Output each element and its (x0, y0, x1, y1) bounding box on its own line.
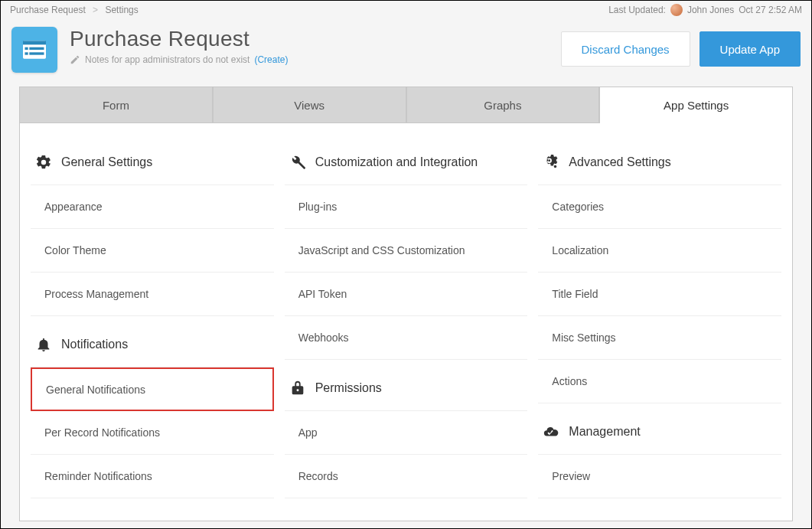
avatar (670, 4, 683, 16)
section-advanced: Advanced Settings (538, 146, 781, 185)
item-webhooks[interactable]: Webhooks (285, 316, 528, 360)
tab-app-settings[interactable]: App Settings (599, 87, 793, 123)
breadcrumb: Purchase Request > Settings (10, 5, 139, 15)
item-title-field[interactable]: Title Field (538, 273, 781, 316)
item-process-management[interactable]: Process Management (31, 273, 274, 316)
item-misc-settings[interactable]: Misc Settings (538, 316, 781, 360)
breadcrumb-current: Settings (105, 5, 138, 15)
item-color-theme[interactable]: Color Theme (31, 229, 274, 273)
item-api-token[interactable]: API Token (285, 273, 528, 316)
update-button[interactable]: Update App (699, 31, 801, 67)
svg-rect-4 (25, 52, 28, 54)
svg-rect-3 (29, 47, 44, 50)
item-actions[interactable]: Actions (538, 360, 781, 403)
item-preview[interactable]: Preview (538, 455, 781, 498)
discard-button[interactable]: Discard Changes (561, 31, 690, 67)
item-per-record-notifications[interactable]: Per Record Notifications (31, 411, 274, 455)
edit-note-icon (70, 54, 80, 65)
tab-form[interactable]: Form (19, 87, 213, 123)
gears-icon (543, 154, 559, 171)
settings-panel: General Settings Appearance Color Theme … (19, 123, 793, 521)
page-title: Purchase Request (70, 27, 288, 51)
section-title: Customization and Integration (315, 155, 478, 169)
svg-rect-2 (25, 47, 28, 50)
item-localization[interactable]: Localization (538, 229, 781, 273)
list-icon (19, 34, 50, 65)
section-management: Management (538, 416, 781, 455)
item-perm-records[interactable]: Records (285, 455, 528, 498)
lock-icon (289, 380, 306, 397)
section-notifications: Notifications (31, 328, 274, 367)
section-title: Permissions (315, 381, 382, 395)
section-title: Notifications (61, 338, 128, 351)
item-general-notifications[interactable]: General Notifications (31, 367, 274, 411)
notes-text: Notes for app administrators do not exis… (85, 54, 249, 65)
tab-graphs[interactable]: Graphs (406, 87, 600, 123)
section-permissions: Permissions (285, 372, 528, 411)
last-updated-user: John Jones (687, 5, 734, 15)
tab-views[interactable]: Views (213, 87, 406, 123)
section-title: Advanced Settings (569, 155, 670, 169)
section-general-settings: General Settings (31, 146, 274, 185)
svg-rect-1 (23, 41, 46, 44)
last-updated: Last Updated: John Jones Oct 27 2:52 AM (608, 4, 802, 16)
svg-point-6 (296, 389, 298, 391)
item-js-css[interactable]: JavaScript and CSS Customization (285, 229, 528, 273)
item-perm-app[interactable]: App (285, 411, 528, 455)
item-reminder-notifications[interactable]: Reminder Notifications (31, 455, 274, 498)
last-updated-time: Oct 27 2:52 AM (739, 5, 802, 15)
wrench-icon (289, 154, 306, 171)
breadcrumb-separator: > (93, 5, 98, 15)
item-plugins[interactable]: Plug-ins (285, 185, 528, 229)
last-updated-label: Last Updated: (608, 5, 666, 15)
svg-rect-5 (29, 52, 44, 54)
cloud-check-icon (543, 423, 559, 440)
item-categories[interactable]: Categories (538, 185, 781, 229)
item-appearance[interactable]: Appearance (31, 185, 274, 229)
section-title: General Settings (61, 155, 152, 169)
gear-icon (35, 154, 52, 171)
breadcrumb-root[interactable]: Purchase Request (10, 5, 86, 15)
section-customization: Customization and Integration (285, 146, 528, 185)
create-notes-link[interactable]: (Create) (254, 54, 288, 65)
app-icon (11, 27, 57, 73)
bell-icon (35, 336, 52, 353)
section-title: Management (569, 425, 640, 439)
